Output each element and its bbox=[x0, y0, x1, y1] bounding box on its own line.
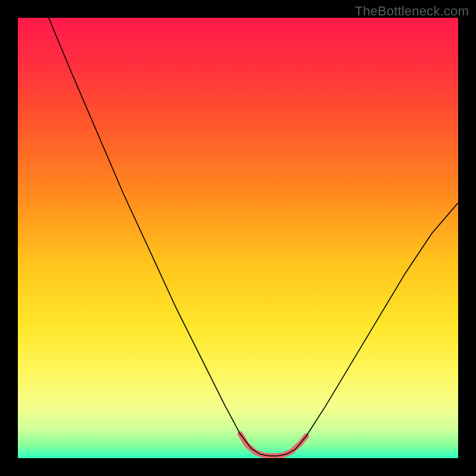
attribution-text: TheBottleneck.com bbox=[355, 4, 469, 19]
gradient-background bbox=[18, 18, 458, 458]
bottleneck-chart bbox=[18, 18, 458, 458]
chart-frame: TheBottleneck.com bbox=[0, 0, 476, 476]
